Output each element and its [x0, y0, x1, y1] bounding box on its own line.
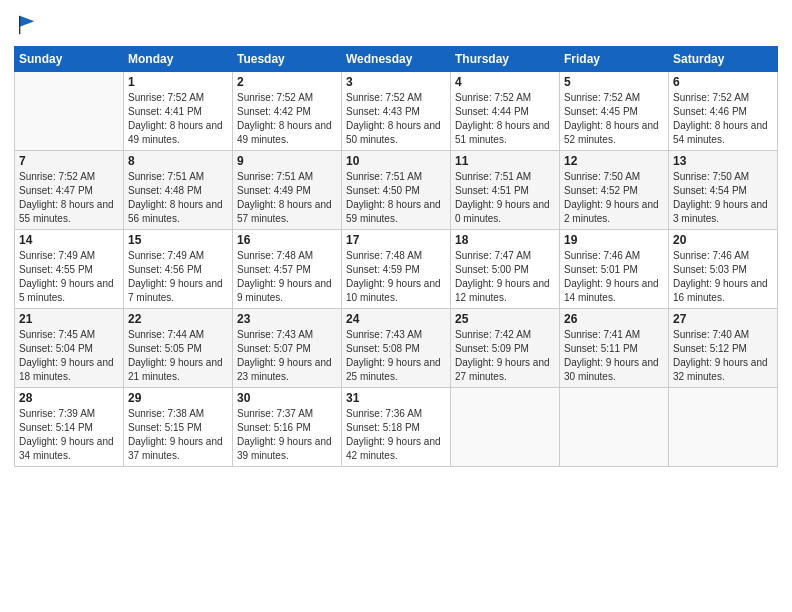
week-row-1: 1Sunrise: 7:52 AMSunset: 4:41 PMDaylight… [15, 72, 778, 151]
day-info: Sunrise: 7:46 AMSunset: 5:01 PMDaylight:… [564, 249, 664, 305]
day-info: Sunrise: 7:52 AMSunset: 4:41 PMDaylight:… [128, 91, 228, 147]
day-number: 13 [673, 154, 773, 168]
day-info: Sunrise: 7:52 AMSunset: 4:45 PMDaylight:… [564, 91, 664, 147]
cell-w4-d1: 21Sunrise: 7:45 AMSunset: 5:04 PMDayligh… [15, 309, 124, 388]
week-row-2: 7Sunrise: 7:52 AMSunset: 4:47 PMDaylight… [15, 151, 778, 230]
day-info: Sunrise: 7:50 AMSunset: 4:54 PMDaylight:… [673, 170, 773, 226]
cell-w1-d6: 5Sunrise: 7:52 AMSunset: 4:45 PMDaylight… [560, 72, 669, 151]
day-info: Sunrise: 7:43 AMSunset: 5:07 PMDaylight:… [237, 328, 337, 384]
day-number: 10 [346, 154, 446, 168]
week-row-5: 28Sunrise: 7:39 AMSunset: 5:14 PMDayligh… [15, 388, 778, 467]
cell-w2-d4: 10Sunrise: 7:51 AMSunset: 4:50 PMDayligh… [342, 151, 451, 230]
day-number: 8 [128, 154, 228, 168]
day-number: 17 [346, 233, 446, 247]
header-sunday: Sunday [15, 47, 124, 72]
cell-w3-d1: 14Sunrise: 7:49 AMSunset: 4:55 PMDayligh… [15, 230, 124, 309]
day-info: Sunrise: 7:47 AMSunset: 5:00 PMDaylight:… [455, 249, 555, 305]
day-info: Sunrise: 7:51 AMSunset: 4:49 PMDaylight:… [237, 170, 337, 226]
cell-w3-d3: 16Sunrise: 7:48 AMSunset: 4:57 PMDayligh… [233, 230, 342, 309]
header-monday: Monday [124, 47, 233, 72]
day-info: Sunrise: 7:39 AMSunset: 5:14 PMDaylight:… [19, 407, 119, 463]
cell-w5-d6 [560, 388, 669, 467]
header-thursday: Thursday [451, 47, 560, 72]
cell-w1-d3: 2Sunrise: 7:52 AMSunset: 4:42 PMDaylight… [233, 72, 342, 151]
day-number: 7 [19, 154, 119, 168]
day-number: 27 [673, 312, 773, 326]
calendar-table: Sunday Monday Tuesday Wednesday Thursday… [14, 46, 778, 467]
day-number: 29 [128, 391, 228, 405]
day-info: Sunrise: 7:52 AMSunset: 4:44 PMDaylight:… [455, 91, 555, 147]
svg-marker-0 [20, 16, 35, 27]
calendar-header-row: Sunday Monday Tuesday Wednesday Thursday… [15, 47, 778, 72]
day-number: 15 [128, 233, 228, 247]
cell-w4-d4: 24Sunrise: 7:43 AMSunset: 5:08 PMDayligh… [342, 309, 451, 388]
day-info: Sunrise: 7:45 AMSunset: 5:04 PMDaylight:… [19, 328, 119, 384]
day-number: 16 [237, 233, 337, 247]
day-info: Sunrise: 7:44 AMSunset: 5:05 PMDaylight:… [128, 328, 228, 384]
cell-w3-d7: 20Sunrise: 7:46 AMSunset: 5:03 PMDayligh… [669, 230, 778, 309]
cell-w3-d5: 18Sunrise: 7:47 AMSunset: 5:00 PMDayligh… [451, 230, 560, 309]
main-container: Sunday Monday Tuesday Wednesday Thursday… [0, 0, 792, 477]
day-number: 31 [346, 391, 446, 405]
day-info: Sunrise: 7:42 AMSunset: 5:09 PMDaylight:… [455, 328, 555, 384]
day-number: 6 [673, 75, 773, 89]
day-number: 1 [128, 75, 228, 89]
header-wednesday: Wednesday [342, 47, 451, 72]
cell-w2-d2: 8Sunrise: 7:51 AMSunset: 4:48 PMDaylight… [124, 151, 233, 230]
day-info: Sunrise: 7:49 AMSunset: 4:55 PMDaylight:… [19, 249, 119, 305]
cell-w4-d7: 27Sunrise: 7:40 AMSunset: 5:12 PMDayligh… [669, 309, 778, 388]
day-number: 12 [564, 154, 664, 168]
header-friday: Friday [560, 47, 669, 72]
day-info: Sunrise: 7:52 AMSunset: 4:43 PMDaylight:… [346, 91, 446, 147]
day-number: 24 [346, 312, 446, 326]
cell-w2-d5: 11Sunrise: 7:51 AMSunset: 4:51 PMDayligh… [451, 151, 560, 230]
day-number: 9 [237, 154, 337, 168]
header [14, 10, 778, 40]
cell-w2-d7: 13Sunrise: 7:50 AMSunset: 4:54 PMDayligh… [669, 151, 778, 230]
day-info: Sunrise: 7:43 AMSunset: 5:08 PMDaylight:… [346, 328, 446, 384]
day-info: Sunrise: 7:36 AMSunset: 5:18 PMDaylight:… [346, 407, 446, 463]
cell-w1-d1 [15, 72, 124, 151]
day-info: Sunrise: 7:50 AMSunset: 4:52 PMDaylight:… [564, 170, 664, 226]
day-number: 20 [673, 233, 773, 247]
cell-w4-d5: 25Sunrise: 7:42 AMSunset: 5:09 PMDayligh… [451, 309, 560, 388]
cell-w1-d2: 1Sunrise: 7:52 AMSunset: 4:41 PMDaylight… [124, 72, 233, 151]
day-number: 11 [455, 154, 555, 168]
day-number: 23 [237, 312, 337, 326]
day-info: Sunrise: 7:51 AMSunset: 4:50 PMDaylight:… [346, 170, 446, 226]
header-tuesday: Tuesday [233, 47, 342, 72]
day-number: 22 [128, 312, 228, 326]
day-number: 2 [237, 75, 337, 89]
day-number: 5 [564, 75, 664, 89]
day-number: 28 [19, 391, 119, 405]
day-info: Sunrise: 7:40 AMSunset: 5:12 PMDaylight:… [673, 328, 773, 384]
cell-w5-d5 [451, 388, 560, 467]
day-info: Sunrise: 7:52 AMSunset: 4:47 PMDaylight:… [19, 170, 119, 226]
day-info: Sunrise: 7:52 AMSunset: 4:42 PMDaylight:… [237, 91, 337, 147]
cell-w4-d6: 26Sunrise: 7:41 AMSunset: 5:11 PMDayligh… [560, 309, 669, 388]
logo [14, 14, 38, 40]
cell-w2-d6: 12Sunrise: 7:50 AMSunset: 4:52 PMDayligh… [560, 151, 669, 230]
day-info: Sunrise: 7:51 AMSunset: 4:51 PMDaylight:… [455, 170, 555, 226]
week-row-4: 21Sunrise: 7:45 AMSunset: 5:04 PMDayligh… [15, 309, 778, 388]
day-info: Sunrise: 7:52 AMSunset: 4:46 PMDaylight:… [673, 91, 773, 147]
day-number: 30 [237, 391, 337, 405]
day-info: Sunrise: 7:48 AMSunset: 4:57 PMDaylight:… [237, 249, 337, 305]
day-number: 14 [19, 233, 119, 247]
cell-w2-d1: 7Sunrise: 7:52 AMSunset: 4:47 PMDaylight… [15, 151, 124, 230]
day-number: 19 [564, 233, 664, 247]
day-info: Sunrise: 7:48 AMSunset: 4:59 PMDaylight:… [346, 249, 446, 305]
day-info: Sunrise: 7:49 AMSunset: 4:56 PMDaylight:… [128, 249, 228, 305]
day-number: 3 [346, 75, 446, 89]
day-info: Sunrise: 7:46 AMSunset: 5:03 PMDaylight:… [673, 249, 773, 305]
day-number: 21 [19, 312, 119, 326]
day-info: Sunrise: 7:51 AMSunset: 4:48 PMDaylight:… [128, 170, 228, 226]
logo-line1 [14, 14, 38, 40]
cell-w4-d3: 23Sunrise: 7:43 AMSunset: 5:07 PMDayligh… [233, 309, 342, 388]
cell-w4-d2: 22Sunrise: 7:44 AMSunset: 5:05 PMDayligh… [124, 309, 233, 388]
cell-w2-d3: 9Sunrise: 7:51 AMSunset: 4:49 PMDaylight… [233, 151, 342, 230]
cell-w1-d5: 4Sunrise: 7:52 AMSunset: 4:44 PMDaylight… [451, 72, 560, 151]
header-saturday: Saturday [669, 47, 778, 72]
cell-w3-d4: 17Sunrise: 7:48 AMSunset: 4:59 PMDayligh… [342, 230, 451, 309]
cell-w5-d2: 29Sunrise: 7:38 AMSunset: 5:15 PMDayligh… [124, 388, 233, 467]
